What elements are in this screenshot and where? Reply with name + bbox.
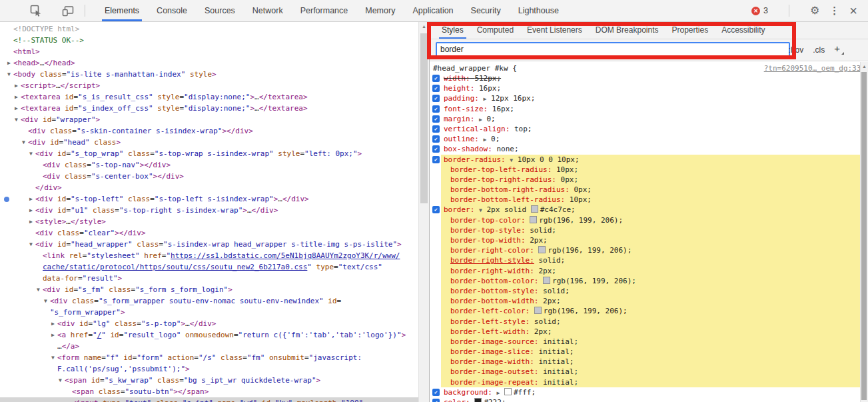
dom-tree-line[interactable]: ▼<form name="f" id="form" action="/s" cl… — [0, 352, 418, 363]
style-property-row[interactable]: border-top-left-radius: 10px; — [430, 165, 868, 175]
style-property-row[interactable]: ✔margin: ▶ 0; — [430, 114, 868, 124]
color-swatch[interactable] — [531, 205, 538, 213]
shorthand-expand-arrow-closed-icon[interactable]: ▶ — [479, 117, 482, 123]
dom-tree-line[interactable]: ▼<body class="is-lite s-manhattan-index"… — [0, 69, 418, 80]
dom-tree-line[interactable]: ▼<div class="s_form_wrapper soutu-env-no… — [0, 295, 418, 307]
dom-tree-line[interactable]: data-for="result"> — [0, 273, 418, 284]
shorthand-expand-arrow-closed-icon[interactable]: ▶ — [484, 137, 487, 143]
tab-console[interactable]: Console — [148, 0, 196, 21]
property-name[interactable]: border-image-outset: — [450, 367, 538, 376]
node-options-dots-icon[interactable]: ⋯ — [2, 397, 6, 402]
style-property-row[interactable]: border-image-outset: initial; — [430, 367, 868, 377]
expand-arrow-open-icon[interactable]: ▼ — [42, 295, 49, 307]
sidebar-tab-properties[interactable]: Properties — [665, 22, 715, 39]
style-property-row[interactable]: border-right-color: rgb(196, 199, 206); — [430, 245, 868, 255]
tab-memory[interactable]: Memory — [356, 0, 404, 21]
style-property-row[interactable]: border-image-slice: initial; — [430, 347, 868, 357]
dom-tree-line[interactable]: <span class="soutu-btn"></span> — [0, 386, 418, 397]
property-toggle-checkbox[interactable]: ✔ — [432, 145, 440, 153]
style-property-row[interactable]: border-top-right-radius: 0px; — [430, 175, 868, 185]
property-name[interactable]: border: — [444, 205, 474, 214]
property-name[interactable]: color: — [444, 398, 470, 402]
style-property-row[interactable]: border-left-width: 2px; — [430, 327, 868, 337]
property-name[interactable]: border-bottom-style: — [450, 287, 538, 295]
style-property-row[interactable]: ✔background: ▶ #fff; — [430, 387, 868, 397]
dom-panel-scrollbar[interactable]: ▲ — [418, 22, 429, 402]
property-toggle-checkbox[interactable]: ✔ — [432, 85, 440, 92]
color-swatch[interactable] — [538, 246, 546, 253]
dom-tree-line[interactable]: ▶<style>…</style> — [0, 216, 418, 227]
scrollbar-thumb[interactable] — [861, 72, 867, 400]
property-toggle-checkbox[interactable]: ✔ — [432, 125, 440, 133]
scrollbar-thumb[interactable] — [420, 33, 428, 203]
property-name[interactable]: border-left-color: — [450, 307, 530, 315]
dom-tree-line[interactable]: <!--STATUS OK--> — [0, 35, 418, 46]
tab-application[interactable]: Application — [404, 0, 462, 21]
expand-arrow-closed-icon[interactable]: ▶ — [13, 91, 20, 103]
dom-tree-line[interactable]: ▶<div id="u1" class="s-top-right s-isind… — [0, 205, 418, 216]
style-property-row[interactable]: border-left-style: solid; — [430, 317, 868, 327]
dom-tree-line[interactable]: <link rel="stylesheet" href="https://ss1… — [0, 250, 418, 261]
dom-tree-line[interactable]: <div class="s-top-nav"></div> — [0, 159, 418, 171]
dom-tree-line[interactable]: ▼<div id="s_top_wrap" class="s-top-wrap … — [0, 148, 418, 159]
property-name[interactable]: width: — [444, 74, 470, 83]
property-name[interactable]: border-bottom-right-radius: — [450, 185, 570, 194]
property-name[interactable]: border-image-repeat: — [450, 378, 538, 387]
expand-arrow-closed-icon[interactable]: ▶ — [49, 318, 57, 329]
sidebar-tab-styles[interactable]: Styles — [435, 22, 470, 39]
property-name[interactable]: border-bottom-width: — [450, 297, 538, 305]
style-property-row[interactable]: ✔outline: ▶ 0; — [430, 134, 868, 144]
expand-arrow-open-icon[interactable]: ▼ — [27, 148, 35, 159]
property-toggle-checkbox[interactable]: ✔ — [432, 399, 440, 402]
shorthand-expand-arrow-open-icon[interactable]: ▼ — [479, 207, 482, 213]
element-classes-button[interactable]: .cls — [813, 45, 825, 55]
dom-tree-line[interactable]: …</a> — [0, 341, 418, 352]
property-name[interactable]: border-bottom-color: — [450, 277, 538, 285]
expand-arrow-open-icon[interactable]: ▼ — [13, 114, 20, 125]
tab-network[interactable]: Network — [244, 0, 292, 21]
property-name[interactable]: border-radius: — [444, 155, 506, 164]
expand-arrow-closed-icon[interactable]: ▶ — [27, 205, 35, 216]
property-name[interactable]: border-left-style: — [450, 317, 530, 326]
scroll-up-arrow[interactable]: ▲ — [861, 64, 868, 69]
dom-tree-line[interactable]: ▼<div id="head" class> — [0, 137, 418, 148]
expand-arrow-open-icon[interactable]: ▼ — [57, 375, 64, 386]
property-name[interactable]: border-right-width: — [450, 267, 534, 275]
attribute-value-link[interactable]: https://ss1.bdstatic.com/5eN1bjq8AAUYm2z… — [171, 251, 400, 260]
property-toggle-checkbox[interactable]: ✔ — [432, 206, 440, 213]
inspect-element-icon[interactable] — [30, 5, 42, 17]
property-toggle-checkbox[interactable]: ✔ — [432, 156, 440, 163]
property-name[interactable]: border-image-source: — [450, 337, 538, 346]
dom-tree-line[interactable]: cache/static/protocol/https/soutu/css/so… — [0, 261, 418, 273]
dom-tree-line[interactable]: ▶<a href="/" id="result_logo" onmousedow… — [0, 329, 418, 341]
dom-tree-line[interactable]: <div class="clear"></div> — [0, 227, 418, 239]
dom-tree-line[interactable]: ▼<div id="s_fm" class="s_form s_form_log… — [0, 284, 418, 295]
expand-arrow-closed-icon[interactable]: ▶ — [13, 103, 20, 114]
style-property-row[interactable]: ✔color: #222; — [430, 397, 868, 402]
dom-tree-line[interactable]: ▶<textarea id="s_is_result_css" style="d… — [0, 91, 418, 103]
dom-tree-line[interactable]: ▶<div id="lg" class="s-p-top">…</div> — [0, 318, 418, 329]
sidebar-tab-dom-breakpoints[interactable]: DOM Breakpoints — [589, 22, 665, 39]
device-toolbar-icon[interactable] — [62, 5, 74, 17]
style-property-row[interactable]: ✔padding: ▶ 12px 16px; — [430, 93, 868, 103]
property-toggle-checkbox[interactable]: ✔ — [432, 389, 440, 396]
property-toggle-checkbox[interactable]: ✔ — [432, 95, 440, 102]
styles-filter-input[interactable] — [436, 42, 790, 57]
dom-tree-line[interactable]: <!DOCTYPE html> — [0, 23, 418, 35]
property-toggle-checkbox[interactable]: ✔ — [432, 135, 440, 143]
property-name[interactable]: box-shadow: — [444, 145, 492, 153]
expand-arrow-open-icon[interactable]: ▼ — [35, 284, 42, 295]
property-toggle-checkbox[interactable]: ✔ — [432, 115, 440, 123]
styles-panel-scrollbar[interactable]: ▲ — [860, 62, 868, 402]
style-property-row[interactable]: border-top-width: 2px; — [430, 235, 868, 245]
tab-performance[interactable]: Performance — [292, 0, 357, 21]
dom-tree-line[interactable]: "s_form_wrapper"> — [0, 307, 418, 318]
new-style-rule-button[interactable]: + — [834, 44, 840, 53]
color-swatch[interactable] — [534, 307, 542, 314]
style-property-row[interactable]: border-image-width: initial; — [430, 357, 868, 367]
style-property-row[interactable]: border-right-width: 2px; — [430, 266, 868, 276]
property-name[interactable]: padding: — [444, 94, 479, 103]
property-name[interactable]: border-top-width: — [450, 236, 526, 245]
style-property-row[interactable]: border-bottom-width: 2px; — [430, 296, 868, 306]
pseudo-state-toggle-button[interactable]: :hov — [789, 45, 804, 55]
